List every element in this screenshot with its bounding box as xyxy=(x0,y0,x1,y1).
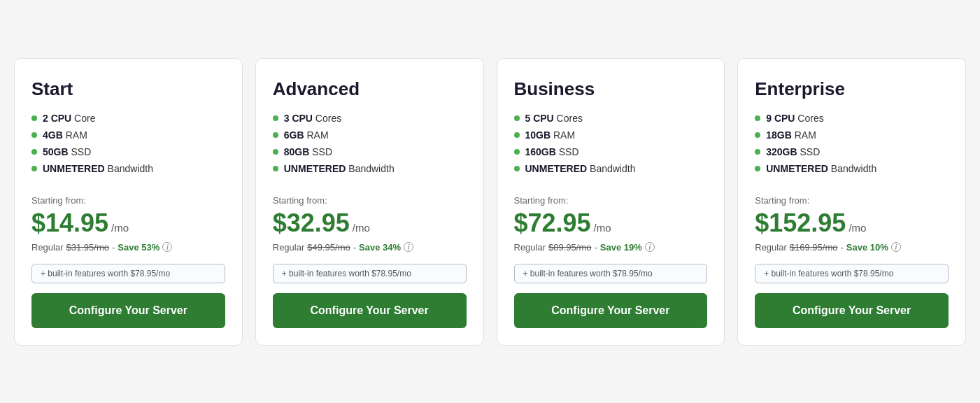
list-item: 2 CPU Core xyxy=(31,113,225,124)
list-item: UNMETERED Bandwidth xyxy=(514,163,708,174)
bullet-icon xyxy=(514,115,520,121)
feature-text: 9 CPU Cores xyxy=(766,113,823,124)
save-badge: Save 19% xyxy=(600,242,642,253)
configure-button-advanced[interactable]: Configure Your Server xyxy=(273,293,467,328)
bullet-icon xyxy=(31,149,37,155)
features-list-enterprise: 9 CPU Cores18GB RAM320GB SSDUNMETERED Ba… xyxy=(755,113,949,180)
card-enterprise: Enterprise9 CPU Cores18GB RAM320GB SSDUN… xyxy=(737,58,966,346)
built-in-badge[interactable]: + built-in features worth $78.95/mo xyxy=(273,264,467,283)
built-in-badge[interactable]: + built-in features worth $78.95/mo xyxy=(755,264,949,283)
card-title-advanced: Advanced xyxy=(273,78,467,100)
card-start: Start2 CPU Core4GB RAM50GB SSDUNMETERED … xyxy=(14,58,243,346)
list-item: 18GB RAM xyxy=(755,129,949,141)
info-icon[interactable]: i xyxy=(891,242,901,252)
list-item: 50GB SSD xyxy=(31,146,225,157)
card-advanced: Advanced3 CPU Cores6GB RAM80GB SSDUNMETE… xyxy=(255,58,484,346)
feature-text: 4GB RAM xyxy=(43,129,87,141)
list-item: 160GB SSD xyxy=(514,146,708,157)
price-main: $152.95 xyxy=(755,208,846,238)
save-badge: Save 53% xyxy=(118,242,159,253)
price-per-mo: /mo xyxy=(594,222,611,234)
starting-from-label: Starting from: xyxy=(514,195,708,206)
bullet-icon xyxy=(755,115,760,121)
price-per-mo: /mo xyxy=(353,222,370,234)
info-icon[interactable]: i xyxy=(162,242,172,252)
price-main: $32.95 xyxy=(273,208,350,238)
feature-text: 320GB SSD xyxy=(766,146,820,157)
feature-text: 3 CPU Cores xyxy=(284,113,341,124)
regular-price: Regular $89.95/mo - Save 19% i xyxy=(514,242,708,253)
pricing-cards: Start2 CPU Core4GB RAM50GB SSDUNMETERED … xyxy=(14,58,966,346)
price-row: $32.95/mo xyxy=(273,208,467,238)
built-in-badge[interactable]: + built-in features worth $78.95/mo xyxy=(514,264,708,283)
card-title-start: Start xyxy=(31,78,225,100)
bullet-icon xyxy=(273,115,278,121)
features-list-advanced: 3 CPU Cores6GB RAM80GB SSDUNMETERED Band… xyxy=(273,113,467,180)
regular-price: Regular $169.95/mo - Save 10% i xyxy=(755,242,949,253)
price-main: $14.95 xyxy=(31,208,108,238)
price-row: $152.95/mo xyxy=(755,208,949,238)
feature-text: 18GB RAM xyxy=(766,129,816,141)
price-row: $14.95/mo xyxy=(31,208,225,238)
save-badge: Save 10% xyxy=(846,242,888,253)
card-title-enterprise: Enterprise xyxy=(755,78,949,100)
configure-button-business[interactable]: Configure Your Server xyxy=(514,293,708,328)
card-business: Business5 CPU Cores10GB RAM160GB SSDUNME… xyxy=(497,58,725,346)
info-icon[interactable]: i xyxy=(645,242,655,252)
bullet-icon xyxy=(31,115,37,121)
list-item: UNMETERED Bandwidth xyxy=(755,163,949,174)
feature-text: 6GB RAM xyxy=(284,129,329,141)
feature-text: 10GB RAM xyxy=(525,129,576,141)
feature-text: 2 CPU Core xyxy=(43,113,95,124)
bullet-icon xyxy=(31,166,37,171)
price-row: $72.95/mo xyxy=(514,208,708,238)
list-item: 320GB SSD xyxy=(755,146,949,157)
bullet-icon xyxy=(514,132,520,138)
built-in-badge[interactable]: + built-in features worth $78.95/mo xyxy=(31,264,225,283)
list-item: UNMETERED Bandwidth xyxy=(31,163,225,174)
bullet-icon xyxy=(755,166,760,171)
price-per-mo: /mo xyxy=(848,222,866,234)
feature-text: 5 CPU Cores xyxy=(525,113,583,124)
bullet-icon xyxy=(31,132,37,138)
features-list-start: 2 CPU Core4GB RAM50GB SSDUNMETERED Bandw… xyxy=(31,113,225,180)
configure-button-enterprise[interactable]: Configure Your Server xyxy=(755,293,949,328)
bullet-icon xyxy=(273,166,278,171)
list-item: 9 CPU Cores xyxy=(755,113,949,124)
list-item: UNMETERED Bandwidth xyxy=(273,163,467,174)
regular-amount: $169.95/mo xyxy=(790,242,838,253)
feature-text: 50GB SSD xyxy=(43,146,91,157)
configure-button-start[interactable]: Configure Your Server xyxy=(31,293,225,328)
regular-price: Regular $49.95/mo - Save 34% i xyxy=(273,242,467,253)
feature-text: UNMETERED Bandwidth xyxy=(525,163,636,174)
feature-text: UNMETERED Bandwidth xyxy=(43,163,153,174)
feature-text: 160GB SSD xyxy=(525,146,579,157)
bullet-icon xyxy=(273,132,278,138)
card-title-business: Business xyxy=(514,78,708,100)
list-item: 80GB SSD xyxy=(273,146,467,157)
feature-text: 80GB SSD xyxy=(284,146,332,157)
starting-from-label: Starting from: xyxy=(31,195,225,206)
list-item: 10GB RAM xyxy=(514,129,708,141)
bullet-icon xyxy=(755,132,760,138)
list-item: 4GB RAM xyxy=(31,129,225,141)
list-item: 5 CPU Cores xyxy=(514,113,708,124)
bullet-icon xyxy=(514,149,520,155)
feature-text: UNMETERED Bandwidth xyxy=(284,163,395,174)
price-per-mo: /mo xyxy=(111,222,129,234)
bullet-icon xyxy=(755,149,760,155)
info-icon[interactable]: i xyxy=(404,242,413,252)
list-item: 6GB RAM xyxy=(273,129,467,141)
bullet-icon xyxy=(514,166,520,171)
list-item: 3 CPU Cores xyxy=(273,113,467,124)
regular-amount: $31.95/mo xyxy=(66,242,109,253)
price-main: $72.95 xyxy=(514,208,591,238)
save-badge: Save 34% xyxy=(359,242,401,253)
regular-price: Regular $31.95/mo - Save 53% i xyxy=(31,242,225,253)
starting-from-label: Starting from: xyxy=(273,195,467,206)
bullet-icon xyxy=(273,149,278,155)
features-list-business: 5 CPU Cores10GB RAM160GB SSDUNMETERED Ba… xyxy=(514,113,708,180)
regular-amount: $89.95/mo xyxy=(548,242,591,253)
starting-from-label: Starting from: xyxy=(755,195,949,206)
regular-amount: $49.95/mo xyxy=(307,242,350,253)
